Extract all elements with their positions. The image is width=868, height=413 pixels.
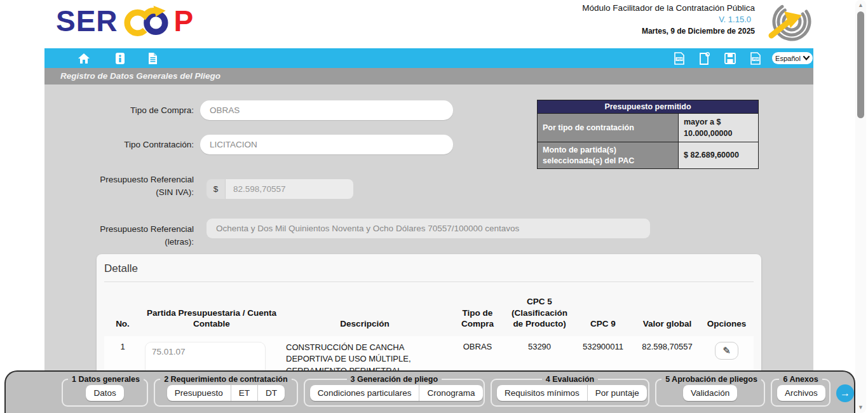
new-document-icon[interactable] bbox=[698, 52, 710, 65]
tipo-contratacion-label: Tipo Contratación: bbox=[83, 135, 194, 154]
col-header-opciones: Opciones bbox=[700, 282, 754, 336]
toolbar: PDF PDF Español bbox=[44, 48, 813, 68]
nav-group-requerimiento: 2 Requerimiento de contratación Presupue… bbox=[154, 375, 297, 407]
tipo-contratacion-input[interactable]: LICITACION bbox=[200, 135, 453, 154]
page-title: Registro de Datos Generales del Pliego bbox=[44, 68, 813, 85]
nav-group-legend: 5 Aprobación de pliegos bbox=[661, 375, 761, 384]
scroll-up-icon[interactable]: ▲ bbox=[855, 2, 866, 8]
et-button[interactable]: ET bbox=[231, 385, 258, 401]
nav-group-aprobacion: 5 Aprobación de pliegos Validación bbox=[655, 375, 765, 407]
presupuesto-sin-iva-group: $ 82.598,70557 bbox=[207, 179, 353, 199]
datos-button[interactable]: Datos bbox=[86, 385, 123, 401]
pp-row-label: Monto de partida(s) seleccionada(s) del … bbox=[538, 142, 679, 169]
col-header-partida: Partida Presupuestaria / Cuenta Contable bbox=[141, 282, 282, 336]
col-header-tipo-compra: Tipo de Compra bbox=[447, 282, 508, 336]
app-info: Módulo Facilitador de la Contratación Pú… bbox=[582, 3, 755, 36]
col-header-valor-global: Valor global bbox=[635, 282, 700, 336]
scroll-down-icon[interactable]: ▼ bbox=[855, 404, 866, 410]
logo-text-suffix: P bbox=[174, 4, 194, 37]
nav-group-legend: 6 Anexos bbox=[779, 375, 822, 384]
nav-group-legend: 3 Generación de pliego bbox=[347, 375, 442, 384]
cronograma-button[interactable]: Cronograma bbox=[419, 385, 482, 401]
info-icon[interactable] bbox=[114, 52, 126, 65]
app-title: Módulo Facilitador de la Contratación Pú… bbox=[582, 3, 755, 13]
document-icon[interactable] bbox=[146, 52, 159, 65]
col-header-no: No. bbox=[104, 282, 141, 336]
pp-row-value: mayor a $ 10.000,00000 bbox=[679, 114, 759, 142]
presupuesto-letras-label: Presupuesto Referencial (letras): bbox=[70, 223, 194, 248]
home-icon[interactable] bbox=[78, 52, 90, 65]
logo-co-swoosh-icon bbox=[117, 6, 175, 36]
logo-text-prefix: SER bbox=[56, 4, 118, 37]
nav-group-datos-generales: 1 Datos generales Datos bbox=[62, 375, 148, 407]
pp-row-label: Por tipo de contratación bbox=[538, 114, 679, 142]
language-select-value: Español bbox=[775, 55, 801, 62]
app-date: Martes, 9 de Diciembre de 2025 bbox=[582, 27, 755, 36]
col-header-cpc9: CPC 9 bbox=[571, 282, 635, 336]
vertical-scrollbar[interactable]: ▲ ▼ bbox=[855, 0, 866, 413]
nav-group-anexos: 6 Anexos Archivos bbox=[771, 375, 831, 407]
tipo-compra-label: Tipo de Compra: bbox=[83, 100, 194, 120]
nav-group-generacion-pliego: 3 Generación de pliego Condiciones parti… bbox=[304, 375, 485, 407]
page-title-bar: Registro de Datos Generales del Pliego bbox=[44, 68, 813, 85]
presupuesto-permitido-table: Presupuesto permitido Por tipo de contra… bbox=[537, 100, 759, 169]
presupuesto-sin-iva-label: Presupuesto Referencial (SIN IVA): bbox=[83, 173, 194, 199]
pdf-export-icon[interactable]: PDF bbox=[673, 52, 686, 65]
bottom-nav-bar: 1 Datos generales Datos 2 Requerimiento … bbox=[4, 370, 855, 413]
archivos-button[interactable]: Archivos bbox=[777, 385, 825, 401]
por-puntaje-button[interactable]: Por puntaje bbox=[588, 385, 647, 401]
presupuesto-permitido-title: Presupuesto permitido bbox=[538, 100, 759, 114]
app-version: V. 1.15.0 bbox=[582, 15, 755, 24]
language-select[interactable]: Español bbox=[772, 52, 813, 64]
currency-symbol: $ bbox=[207, 179, 226, 199]
svg-text:PDF: PDF bbox=[753, 58, 759, 61]
requisitos-minimos-button[interactable]: Requisitos mínimos bbox=[497, 385, 588, 401]
next-arrow-button[interactable]: → bbox=[836, 384, 854, 402]
chevron-down-icon bbox=[803, 56, 810, 60]
pp-row-value: $ 82.689,60000 bbox=[679, 142, 759, 169]
sercop-logo: SERP bbox=[56, 4, 194, 38]
detalle-title: Detalle bbox=[97, 254, 761, 275]
nav-group-evaluacion: 4 Evaluación Requisitos mínimos Por punt… bbox=[491, 375, 649, 407]
presupuesto-sin-iva-input: 82.598,70557 bbox=[226, 179, 353, 199]
presupuesto-letras-input: Ochenta y Dos Mil Quinientos Noventa y O… bbox=[207, 219, 650, 238]
presupuesto-button[interactable]: Presupuesto bbox=[167, 385, 231, 401]
save-icon[interactable] bbox=[724, 52, 736, 65]
svg-text:PDF: PDF bbox=[677, 58, 682, 61]
validacion-button[interactable]: Validación bbox=[683, 385, 737, 401]
condiciones-particulares-button[interactable]: Condiciones particulares bbox=[310, 385, 420, 401]
nav-group-legend: 1 Datos generales bbox=[68, 375, 144, 384]
dt-button[interactable]: DT bbox=[258, 385, 285, 401]
pdf-export-icon[interactable]: PDF bbox=[749, 52, 762, 65]
col-header-descripcion: Descripción bbox=[282, 282, 447, 336]
edit-pencil-icon[interactable]: ✎ bbox=[715, 342, 738, 360]
scrollbar-thumb[interactable] bbox=[857, 11, 864, 118]
swirl-cursor-logo-icon bbox=[756, 3, 812, 42]
col-header-cpc5: CPC 5 (Clasificación de Producto) bbox=[508, 282, 571, 336]
nav-group-legend: 4 Evaluación bbox=[542, 375, 598, 384]
nav-group-legend: 2 Requerimiento de contratación bbox=[160, 375, 291, 384]
tipo-compra-input[interactable]: OBRAS bbox=[200, 100, 453, 120]
